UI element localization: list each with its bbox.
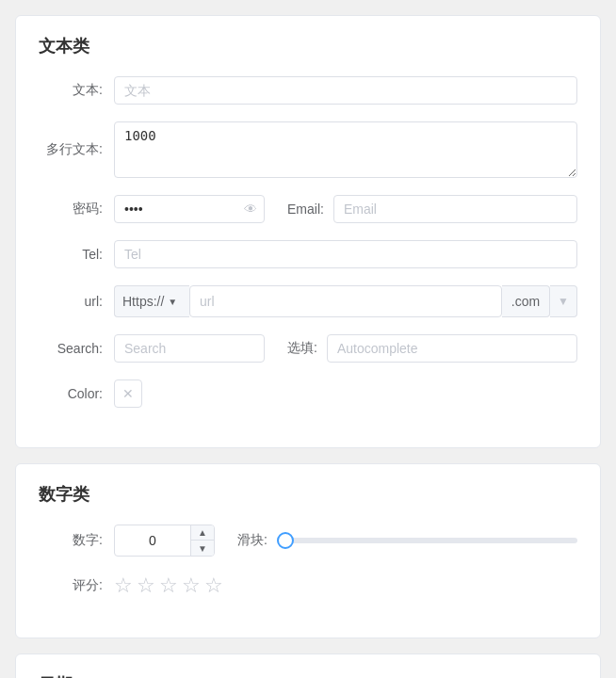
password-wrap: 👁 bbox=[114, 195, 265, 223]
url-wrap: Https:// ▼ .com ▼ bbox=[114, 285, 577, 317]
email-label: Email: bbox=[287, 202, 324, 217]
number-label: 数字: bbox=[39, 532, 114, 549]
number-slider-control: ▲ ▼ 滑块: bbox=[114, 525, 577, 557]
number-slider-row: 数字: ▲ ▼ 滑块: bbox=[39, 525, 577, 557]
color-picker-button[interactable]: ✕ bbox=[114, 379, 142, 408]
text-input[interactable] bbox=[114, 76, 577, 105]
number-section: 数字类 数字: ▲ ▼ 滑块: 评分: bbox=[15, 463, 601, 638]
url-suffix-button[interactable]: ▼ bbox=[550, 285, 577, 317]
multiline-label: 多行文本: bbox=[39, 141, 114, 158]
color-clear-icon: ✕ bbox=[122, 386, 134, 401]
star-2[interactable]: ☆ bbox=[137, 573, 155, 598]
password-control: 👁 Email: bbox=[114, 195, 577, 223]
number-section-title: 数字类 bbox=[39, 483, 577, 506]
text-section: 文本类 文本: 多行文本: 1000 密码: 👁 Email: bbox=[15, 15, 601, 448]
rating-label: 评分: bbox=[39, 577, 114, 594]
url-protocol-text: Https:// bbox=[122, 294, 164, 309]
tel-control bbox=[114, 240, 577, 268]
url-protocol-select[interactable]: Https:// ▼ bbox=[114, 285, 189, 317]
number-up-arrow[interactable]: ▲ bbox=[191, 525, 214, 541]
search-autocomplete-split: 选填: bbox=[114, 334, 577, 363]
multiline-field-row: 多行文本: 1000 bbox=[39, 121, 577, 178]
date-section-title: 日期 bbox=[39, 673, 577, 678]
color-control: ✕ bbox=[114, 379, 577, 408]
slider-input[interactable] bbox=[277, 538, 577, 543]
star-1[interactable]: ☆ bbox=[114, 573, 133, 598]
star-5[interactable]: ☆ bbox=[204, 573, 223, 598]
star-rating: ☆ ☆ ☆ ☆ ☆ bbox=[114, 573, 223, 598]
search-label: Search: bbox=[39, 341, 114, 356]
number-input[interactable] bbox=[115, 527, 190, 554]
url-field-row: url: Https:// ▼ .com ▼ bbox=[39, 285, 577, 317]
number-input-wrap: ▲ ▼ bbox=[114, 525, 215, 557]
chevron-down-icon: ▼ bbox=[168, 297, 177, 307]
url-input[interactable] bbox=[189, 285, 502, 317]
autocomplete-input[interactable] bbox=[327, 334, 577, 363]
star-3[interactable]: ☆ bbox=[159, 573, 178, 598]
text-control bbox=[114, 76, 577, 105]
password-email-row: 密码: 👁 Email: bbox=[39, 195, 577, 223]
text-label: 文本: bbox=[39, 82, 114, 99]
search-autocomplete-row: Search: 选填: bbox=[39, 334, 577, 363]
search-control: 选填: bbox=[114, 334, 577, 363]
rating-control: ☆ ☆ ☆ ☆ ☆ bbox=[114, 573, 577, 598]
number-arrows: ▲ ▼ bbox=[190, 525, 214, 556]
multiline-input[interactable]: 1000 bbox=[114, 121, 577, 178]
search-input[interactable] bbox=[114, 334, 265, 363]
tel-input[interactable] bbox=[114, 240, 577, 268]
url-suffix: .com bbox=[502, 285, 550, 317]
password-label: 密码: bbox=[39, 201, 114, 218]
color-field-row: Color: ✕ bbox=[39, 379, 577, 408]
color-label: Color: bbox=[39, 386, 114, 401]
url-control: Https:// ▼ .com ▼ bbox=[114, 285, 577, 317]
tel-label: Tel: bbox=[39, 247, 114, 262]
eye-icon[interactable]: 👁 bbox=[244, 202, 257, 217]
autocomplete-label: 选填: bbox=[287, 340, 317, 357]
slider-label: 滑块: bbox=[237, 532, 267, 549]
tel-field-row: Tel: bbox=[39, 240, 577, 268]
password-input[interactable] bbox=[114, 195, 265, 223]
text-section-title: 文本类 bbox=[39, 35, 577, 57]
slider-group: 滑块: bbox=[237, 532, 577, 549]
date-section: 日期 日期: 📅 日期时间: 📅 bbox=[15, 654, 601, 678]
email-group: Email: bbox=[287, 195, 577, 223]
autocomplete-group: 选填: bbox=[287, 334, 577, 363]
multiline-control: 1000 bbox=[114, 121, 577, 178]
text-field-row: 文本: bbox=[39, 76, 577, 105]
url-label: url: bbox=[39, 294, 114, 309]
number-down-arrow[interactable]: ▼ bbox=[191, 541, 214, 556]
email-input[interactable] bbox=[333, 195, 577, 223]
rating-row: 评分: ☆ ☆ ☆ ☆ ☆ bbox=[39, 573, 577, 598]
url-suffix-icon: ▼ bbox=[558, 295, 569, 308]
star-4[interactable]: ☆ bbox=[182, 573, 201, 598]
password-email-split: 👁 Email: bbox=[114, 195, 577, 223]
